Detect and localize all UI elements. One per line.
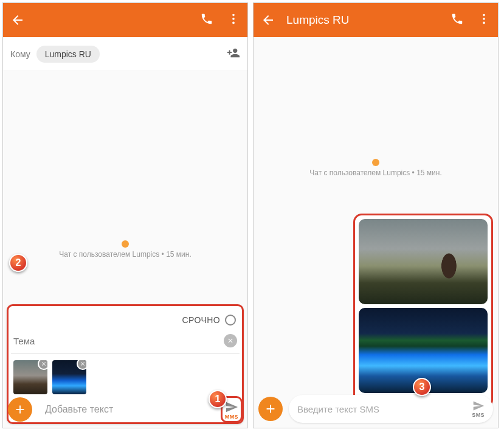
svg-point-5 xyxy=(483,22,485,24)
svg-point-3 xyxy=(483,14,485,16)
urgent-radio-icon[interactable] xyxy=(225,315,236,326)
clear-subject-icon[interactable] xyxy=(224,334,237,347)
step-badge-2: 2 xyxy=(9,254,27,272)
subject-input[interactable] xyxy=(13,336,224,346)
recipient-chip[interactable]: Lumpics RU xyxy=(36,46,100,63)
divider-text: Чат с пользователем Lumpics • 15 мин. xyxy=(254,169,498,177)
call-icon[interactable] xyxy=(200,12,213,28)
subject-row xyxy=(11,330,240,354)
divider-dot-icon xyxy=(122,240,129,248)
back-arrow-icon[interactable] xyxy=(10,13,25,27)
compose-card-highlight: СРОЧНО xyxy=(7,304,244,424)
call-icon[interactable] xyxy=(450,12,464,28)
send-label: MMS xyxy=(225,414,238,420)
send-sms-button[interactable]: SMS xyxy=(472,400,485,418)
divider-text: Чат с пользователем Lumpics • 15 мин. xyxy=(3,250,247,259)
urgent-row[interactable]: СРОЧНО xyxy=(11,308,240,330)
svg-point-2 xyxy=(232,22,235,24)
attachment-thumb-2[interactable] xyxy=(52,360,86,394)
message-input[interactable]: Добавьте текст xyxy=(45,404,236,415)
header-title: Lumpics RU xyxy=(286,13,450,27)
urgent-label: СРОЧНО xyxy=(182,315,220,325)
add-people-icon[interactable] xyxy=(227,46,240,62)
input-bar: Введите текст SMS SMS xyxy=(258,395,493,423)
send-mms-button[interactable]: MMS xyxy=(225,400,238,420)
attachments-row xyxy=(11,354,240,397)
add-attachment-button[interactable] xyxy=(8,397,32,422)
recipient-label: Кому xyxy=(10,49,30,59)
send-label: SMS xyxy=(472,412,485,418)
more-menu-icon[interactable] xyxy=(227,12,240,28)
message-input-pill[interactable]: Введите текст SMS SMS xyxy=(289,395,493,423)
app-header: Lumpics RU xyxy=(254,3,498,37)
compose-text-row: Добавьте текст MMS xyxy=(11,397,240,420)
svg-point-0 xyxy=(232,14,235,16)
back-arrow-icon[interactable] xyxy=(261,13,275,27)
phone-left-compose: Кому Lumpics RU Чат с пользователем Lump… xyxy=(2,2,248,428)
conversation-area: Чат с пользователем Lumpics • 15 мин. СР… xyxy=(3,71,247,428)
app-header xyxy=(3,3,247,37)
step-badge-1: 1 xyxy=(209,390,227,408)
remove-attachment-icon[interactable] xyxy=(38,360,47,370)
divider-dot-icon xyxy=(372,159,379,166)
svg-point-4 xyxy=(483,18,485,20)
message-placeholder: Введите текст SMS xyxy=(297,404,466,414)
conversation-area: Чат с пользователем Lumpics • 15 мин. От… xyxy=(254,37,498,428)
recipient-row: Кому Lumpics RU xyxy=(3,37,247,71)
step-badge-3: 3 xyxy=(413,378,431,396)
compose-container: СРОЧНО xyxy=(7,304,244,424)
more-menu-icon[interactable] xyxy=(477,12,491,28)
phone-right-sent: Lumpics RU Чат с пользователем Lumpics •… xyxy=(253,2,499,428)
mms-image-1[interactable] xyxy=(359,219,488,304)
remove-attachment-icon[interactable] xyxy=(77,360,86,370)
add-attachment-button[interactable] xyxy=(258,397,283,421)
svg-point-1 xyxy=(232,18,235,20)
attachment-thumb-1[interactable] xyxy=(13,360,47,394)
